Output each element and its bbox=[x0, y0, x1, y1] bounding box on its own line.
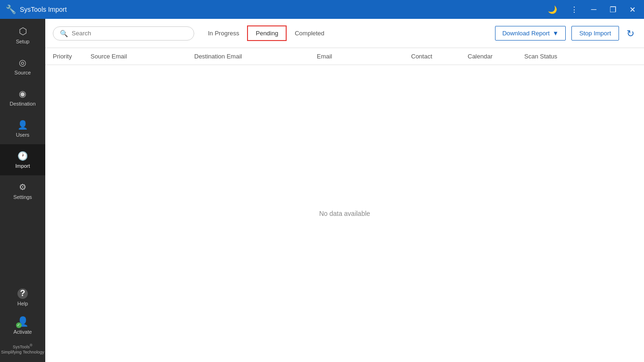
sidebar-item-users-label: Users bbox=[16, 132, 30, 138]
sidebar-item-help[interactable]: ? Help bbox=[0, 284, 45, 311]
sidebar-item-destination-label: Destination bbox=[9, 101, 35, 107]
refresh-button[interactable]: ↻ bbox=[625, 26, 636, 41]
sidebar-item-setup-label: Setup bbox=[16, 39, 30, 44]
activate-check-icon: ✓ bbox=[16, 322, 22, 328]
settings-icon: ⚙ bbox=[19, 182, 26, 192]
sidebar-item-destination[interactable]: ◉ Destination bbox=[0, 82, 45, 113]
title-bar: 🔧 SysTools Import 🌙 ⋮ ─ ❐ ✕ bbox=[0, 0, 644, 19]
tab-pending[interactable]: Pending bbox=[247, 25, 287, 41]
sidebar-bottom: ? Help 👤 ✓ Activate SysTools® Simplifyin… bbox=[0, 284, 45, 362]
brand-name: SysTools® bbox=[1, 343, 44, 350]
activate-icon-wrapper: 👤 ✓ bbox=[17, 316, 29, 327]
sidebar-item-users[interactable]: 👤 Users bbox=[0, 113, 45, 144]
search-box[interactable]: 🔍 bbox=[53, 26, 194, 41]
sidebar-item-import-label: Import bbox=[15, 163, 30, 169]
sidebar-item-activate-label: Activate bbox=[13, 329, 32, 335]
col-header-calendar: Calendar bbox=[468, 53, 524, 60]
col-header-source-email: Source Email bbox=[91, 53, 194, 60]
brand: SysTools® Simplifying Technology bbox=[1, 339, 44, 357]
table-header: Priority Source Email Destination Email … bbox=[45, 48, 644, 65]
destination-icon: ◉ bbox=[19, 89, 26, 99]
moon-icon[interactable]: 🌙 bbox=[545, 3, 560, 16]
main-content: 🔍 In Progress Pending Completed Download… bbox=[45, 19, 644, 362]
app-icon: 🔧 bbox=[6, 4, 16, 15]
tab-in-progress[interactable]: In Progress bbox=[200, 25, 247, 41]
col-header-dest-email: Destination Email bbox=[194, 53, 317, 60]
search-icon: 🔍 bbox=[60, 30, 68, 37]
sidebar-item-import[interactable]: 🕐 Import bbox=[0, 144, 45, 175]
title-bar-left: 🔧 SysTools Import bbox=[6, 4, 67, 15]
help-icon: ? bbox=[17, 288, 28, 299]
minimize-button[interactable]: ─ bbox=[588, 3, 599, 16]
table-body: No data available bbox=[45, 65, 644, 362]
sidebar-item-help-label: Help bbox=[17, 301, 28, 306]
search-input[interactable] bbox=[72, 30, 187, 37]
download-report-button[interactable]: Download Report ▼ bbox=[495, 26, 565, 41]
download-report-label: Download Report bbox=[502, 30, 549, 37]
sidebar-item-settings-label: Settings bbox=[13, 194, 32, 200]
sidebar: ⬡ Setup ◎ Source ◉ Destination 👤 Users 🕐… bbox=[0, 19, 45, 362]
col-header-contact: Contact bbox=[411, 53, 468, 60]
users-icon: 👤 bbox=[17, 120, 28, 130]
col-header-email: Email bbox=[317, 53, 411, 60]
col-header-priority: Priority bbox=[53, 53, 91, 60]
sidebar-item-settings[interactable]: ⚙ Settings bbox=[0, 175, 45, 206]
sidebar-item-source-label: Source bbox=[15, 70, 31, 75]
sidebar-item-source[interactable]: ◎ Source bbox=[0, 51, 45, 82]
sidebar-item-setup[interactable]: ⬡ Setup bbox=[0, 19, 45, 51]
maximize-button[interactable]: ❐ bbox=[607, 3, 619, 16]
title-bar-controls: 🌙 ⋮ ─ ❐ ✕ bbox=[545, 3, 638, 16]
sidebar-item-activate[interactable]: 👤 ✓ Activate bbox=[0, 311, 45, 339]
import-icon: 🕐 bbox=[17, 151, 28, 161]
brand-tagline: Simplifying Technology bbox=[1, 350, 44, 355]
app-title: SysTools Import bbox=[20, 6, 67, 13]
empty-message: No data available bbox=[319, 210, 370, 217]
source-icon: ◎ bbox=[19, 58, 26, 68]
toolbar: 🔍 In Progress Pending Completed Download… bbox=[45, 19, 644, 48]
col-header-scan-status: Scan Status bbox=[524, 53, 636, 60]
dropdown-arrow-icon: ▼ bbox=[553, 30, 559, 37]
close-button[interactable]: ✕ bbox=[627, 3, 638, 16]
tab-completed[interactable]: Completed bbox=[287, 25, 332, 41]
setup-icon: ⬡ bbox=[19, 25, 27, 37]
menu-icon[interactable]: ⋮ bbox=[568, 3, 581, 16]
tab-group: In Progress Pending Completed bbox=[200, 25, 332, 41]
stop-import-button[interactable]: Stop Import bbox=[571, 26, 619, 41]
